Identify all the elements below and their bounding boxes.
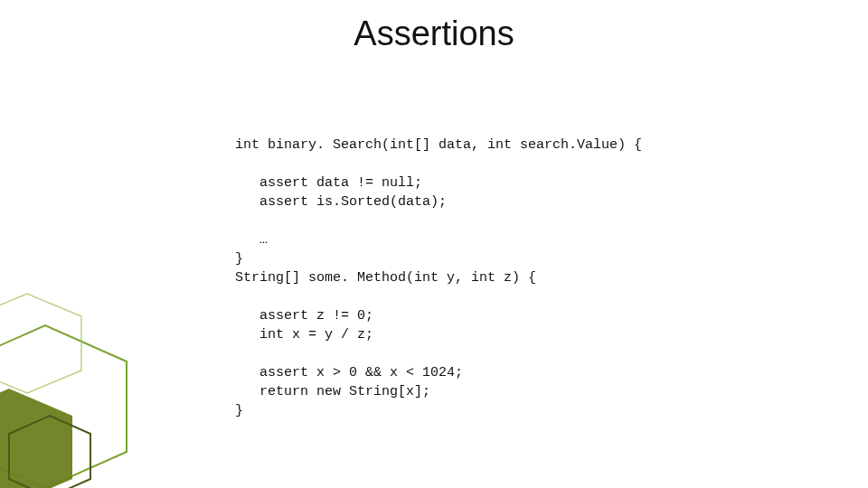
svg-marker-2 — [9, 416, 90, 488]
svg-marker-3 — [0, 294, 81, 393]
corner-decoration — [0, 253, 235, 488]
slide-title: Assertions — [0, 14, 868, 53]
svg-marker-1 — [0, 389, 72, 488]
code-block: int binary. Search(int[] data, int searc… — [235, 136, 642, 420]
svg-marker-0 — [0, 325, 127, 488]
